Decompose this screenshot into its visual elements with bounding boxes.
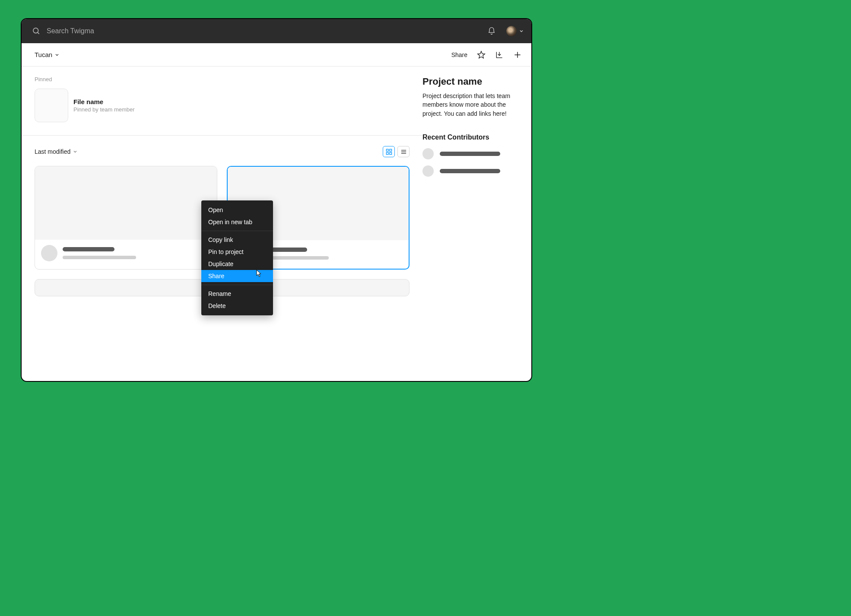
file-owner-avatar [41,245,57,261]
plus-icon[interactable] [513,51,522,59]
menu-item-share[interactable]: Share [201,270,273,282]
pinned-by-label: Pinned by team member [73,106,135,113]
topbar-right [487,26,524,36]
grid-view-button[interactable] [383,146,395,157]
file-subtitle-placeholder [63,256,136,259]
content: Pinned File name Pinned by team member L… [22,67,531,381]
file-footer [35,240,217,268]
svg-rect-8 [389,152,391,154]
main: Pinned File name Pinned by team member L… [22,67,422,381]
notifications-icon[interactable] [487,27,496,35]
contributor-name-placeholder [440,169,500,173]
topbar [22,19,531,43]
sort-label: Last modified [35,148,70,155]
contributor-row[interactable] [422,165,521,177]
project-title: Project name [422,76,521,87]
list-view-button[interactable] [397,146,410,157]
pinned-section-label: Pinned [35,76,410,83]
chevron-down-icon [73,149,77,154]
pinned-file-name: File name [73,98,135,105]
menu-divider [201,285,273,285]
share-button[interactable]: Share [451,51,467,58]
chevron-down-icon [55,53,59,57]
pinned-thumbnail [35,89,68,122]
app-window: Tucan Share [21,18,532,382]
star-icon[interactable] [477,51,486,59]
file-preview [35,166,217,240]
menu-item-delete[interactable]: Delete [201,300,273,312]
menu-divider [201,231,273,231]
pinned-file[interactable]: File name Pinned by team member [35,89,410,122]
project-description: Project description that lets team membe… [422,92,521,118]
file-card[interactable] [35,279,217,296]
workspace-label: Tucan [35,51,52,58]
search-input[interactable] [47,27,487,35]
menu-item-rename[interactable]: Rename [201,288,273,300]
subheader: Tucan Share [22,43,531,67]
svg-point-0 [33,28,38,33]
subheader-actions: Share [451,51,522,59]
contributor-row[interactable] [422,148,521,159]
pinned-meta: File name Pinned by team member [73,98,135,113]
view-toggle [383,146,410,157]
search-icon [32,27,41,35]
menu-item-duplicate[interactable]: Duplicate [201,258,273,270]
menu-item-open-new-tab[interactable]: Open in new tab [201,216,273,228]
menu-item-open[interactable]: Open [201,204,273,216]
file-card[interactable] [35,166,217,270]
file-title-placeholder [63,247,114,251]
workspace-dropdown[interactable]: Tucan [35,51,59,58]
sidebar: Project name Project description that le… [422,67,531,381]
contributor-avatar [422,148,434,159]
contributor-name-placeholder [440,152,500,156]
contributor-avatar [422,165,434,177]
pinned-section: Pinned File name Pinned by team member [22,67,422,136]
files-toolbar: Last modified [35,146,410,157]
svg-rect-6 [389,149,391,151]
file-meta [255,248,403,260]
contributors-heading: Recent Contributors [422,133,521,141]
avatar [506,26,517,36]
sort-dropdown[interactable]: Last modified [35,148,77,155]
import-icon[interactable] [495,51,504,59]
file-meta [63,247,211,259]
svg-marker-2 [478,51,485,58]
menu-item-pin[interactable]: Pin to project [201,246,273,258]
context-menu: Open Open in new tab Copy link Pin to pr… [201,200,273,315]
svg-rect-7 [386,152,388,154]
svg-line-1 [38,32,39,34]
chevron-down-icon [519,29,524,33]
svg-rect-5 [386,149,388,151]
menu-item-copy-link[interactable]: Copy link [201,234,273,246]
account-menu[interactable] [506,26,524,36]
